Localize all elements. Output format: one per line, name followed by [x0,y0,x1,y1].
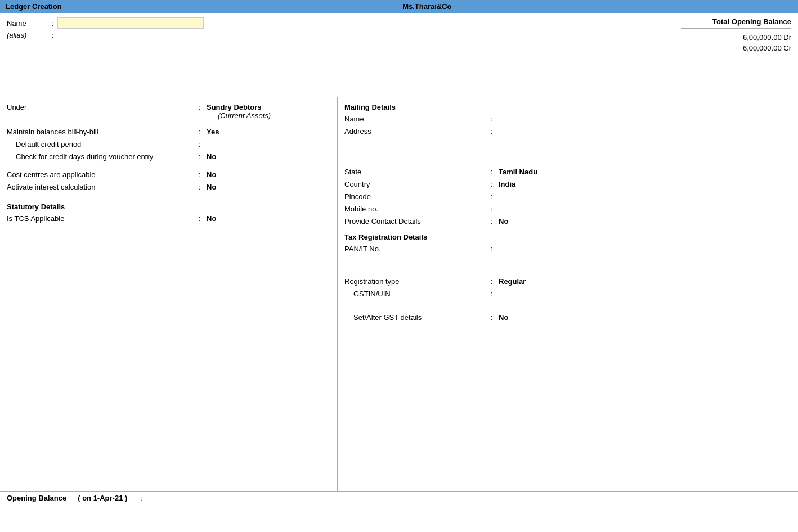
pincode-label: Pincode [344,192,491,201]
mailing-name-row: Name : [344,115,791,125]
tcs-row: Is TCS Applicable : No [7,214,330,224]
set-alter-label: Set/Alter GST details [344,313,491,322]
check-credit-colon: : [199,152,207,161]
activate-interest-value: No [207,183,330,191]
state-value: Tamil Nadu [499,168,791,176]
mobile-row: Mobile no. : [344,205,791,215]
footer-colon: : [141,494,143,502]
pan-row: PAN/IT No. : [344,245,791,255]
mailing-address-row: Address : [344,127,791,137]
cost-centres-colon: : [199,170,207,179]
set-alter-row: Set/Alter GST details : No [344,313,791,323]
country-colon: : [491,180,499,188]
country-label: Country [344,180,491,188]
alias-label: (alias) [7,31,52,39]
provide-contact-colon: : [491,217,499,226]
gstin-colon: : [491,290,499,298]
gstin-row: GSTIN/UIN : [344,290,791,300]
name-input[interactable] [57,17,204,29]
activate-interest-label: Activate interest calculation [7,183,199,191]
reg-type-label: Registration type [344,277,491,286]
gstin-label: GSTIN/UIN [344,290,491,298]
under-panel: Sundry Debtors (Current Assets) [207,103,330,120]
mailing-title: Mailing Details [344,103,791,111]
activate-interest-row: Activate interest calculation : No [7,183,330,193]
statutory-divider [7,199,330,199]
mobile-label: Mobile no. [344,205,491,213]
country-row: Country : India [344,180,791,190]
state-label: State [344,168,491,176]
under-colon: : [199,103,207,111]
opening-balance-label: Opening Balance [7,494,66,502]
check-credit-label: Check for credit days during voucher ent… [7,152,199,161]
pincode-colon: : [491,192,499,201]
default-credit-colon: : [199,140,207,148]
statutory-title: Statutory Details [7,202,330,211]
default-credit-row: Default credit period : [7,140,330,150]
provide-contact-row: Provide Contact Details : No [344,217,791,227]
default-credit-label: Default credit period [7,140,199,148]
reg-type-colon: : [491,277,499,286]
set-alter-colon: : [491,313,499,322]
pan-label: PAN/IT No. [344,245,491,253]
right-panel: Mailing Details Name : Address : State :… [338,97,798,491]
under-row: Under : Sundry Debtors (Current Assets) [7,103,330,120]
provide-contact-label: Provide Contact Details [344,217,491,226]
reg-type-value: Regular [499,277,791,286]
tcs-colon: : [199,214,207,223]
check-credit-value: No [207,152,330,161]
cost-centres-label: Cost centres are applicable [7,170,199,179]
header-left: Name : (alias) : [0,13,674,97]
mailing-name-label: Name [344,115,491,123]
on-date-label: ( on 1-Apr-21 ) [78,494,127,502]
balance-dr: 6,00,000.00 Dr [681,33,791,42]
tax-reg-title: Tax Registration Details [344,233,791,241]
pan-colon: : [491,245,499,253]
provide-contact-value: No [499,217,791,226]
header-section: Name : (alias) : Total Opening Balance 6… [0,13,798,97]
maintain-colon: : [199,128,207,136]
name-colon: : [52,19,54,28]
cost-centres-value: No [207,170,330,179]
cost-centres-row: Cost centres are applicable : No [7,170,330,181]
under-label: Under [7,103,199,111]
state-row: State : Tamil Nadu [344,168,791,178]
total-opening-balance-label: Total Opening Balance [681,17,791,29]
tcs-value: No [207,214,330,223]
check-credit-row: Check for credit days during voucher ent… [7,152,330,163]
country-value: India [499,180,791,188]
title-left: Ledger Creation [6,2,62,11]
footer-bar: Opening Balance ( on 1-Apr-21 ) : [0,491,798,504]
mailing-name-colon: : [491,115,499,123]
name-row: Name : [7,17,667,29]
alias-row: (alias) : [7,31,667,39]
title-center: Ms.Tharai&Co [402,2,451,11]
header-right: Total Opening Balance 6,00,000.00 Dr 6,0… [674,13,798,97]
tcs-label: Is TCS Applicable [7,214,199,223]
set-alter-value: No [499,313,791,322]
alias-colon: : [52,31,54,39]
maintain-row: Maintain balances bill-by-bill : Yes [7,128,330,138]
pincode-row: Pincode : [344,192,791,202]
under-sub-value: (Current Assets) [207,111,330,120]
activate-interest-colon: : [199,183,207,191]
under-value: Sundry Debtors [207,103,330,111]
state-colon: : [491,168,499,176]
maintain-label: Maintain balances bill-by-bill [7,128,199,136]
title-bar: Ledger Creation Ms.Tharai&Co [0,0,798,13]
mailing-address-colon: : [491,127,499,136]
mailing-address-label: Address [344,127,491,136]
reg-type-row: Registration type : Regular [344,277,791,287]
maintain-value: Yes [207,128,330,136]
mobile-colon: : [491,205,499,213]
main-section: Under : Sundry Debtors (Current Assets) … [0,97,798,491]
name-label: Name [7,19,52,28]
left-panel: Under : Sundry Debtors (Current Assets) … [0,97,338,491]
balance-cr: 6,00,000.00 Cr [681,44,791,52]
